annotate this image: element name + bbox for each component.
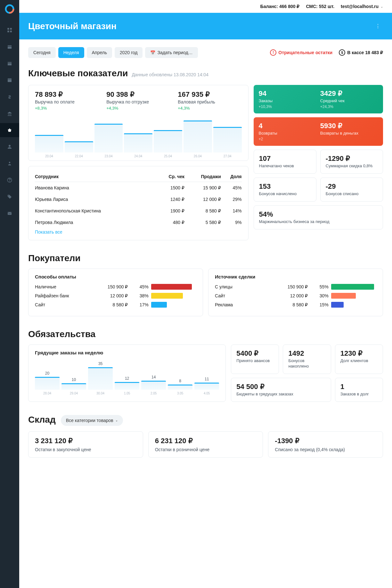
payments-title: Способы оплаты	[35, 274, 196, 279]
nav-account[interactable]	[0, 140, 19, 154]
chevron-down-icon: ⌄	[115, 418, 118, 422]
period-tabs: СегодняНеделяАпрель2020 год📅Задать перио…	[28, 47, 198, 58]
header-menu-button[interactable]: ⋮	[373, 21, 383, 32]
list-item: Реклама8 580 ₽15%	[215, 302, 376, 308]
sources-title: Источник сделки	[215, 274, 376, 279]
list-item: Райфайзен банк12 000 ₽38%	[35, 293, 196, 299]
nav-help[interactable]	[0, 173, 19, 187]
kpi-card: 153Бонусов начислено	[254, 178, 316, 202]
kpi-card: 107Напечатано чеков	[254, 150, 316, 174]
buyers-section-title: Покупатели	[28, 253, 383, 263]
svg-point-8	[9, 145, 11, 147]
kpi-card: -29Бонусов списано	[320, 178, 383, 202]
kpi-chart: 20.0422.0423.0424.0425.0426.0427.04	[35, 116, 242, 161]
kpi-section-title: Ключевые показатели	[28, 68, 128, 79]
oblig-card: 54 500 ₽Бюджеты в грядущих заказах	[231, 378, 331, 402]
svg-rect-6	[10, 31, 12, 32]
svg-rect-5	[7, 31, 9, 32]
nav-tag[interactable]	[0, 190, 19, 204]
period-tab[interactable]: 2020 год	[115, 47, 143, 58]
obligations-section-title: Обязательства	[28, 329, 383, 339]
kpi-stat: 167 935 ₽Валовая прибыль+4,3%	[178, 90, 241, 111]
svg-point-9	[9, 162, 11, 163]
stock-section-title: Склад	[28, 415, 56, 425]
oblig-card: 1230 ₽Долг клиентов	[335, 344, 383, 374]
svg-rect-3	[7, 28, 9, 29]
table-row: Иванова Карина1500 ₽15 900 ₽45%	[35, 182, 242, 194]
svg-point-11	[10, 181, 10, 181]
oblig-card: 5400 ₽Принято авансов	[231, 344, 279, 374]
sms-label: СМС: 552 шт.	[306, 4, 334, 9]
svg-point-12	[8, 195, 9, 196]
period-tab[interactable]: Сегодня	[28, 47, 56, 58]
employees-table: СотрудникСр. чекПродажиДоля Иванова Кари…	[28, 166, 249, 240]
page-title: Цветочный магазин	[28, 21, 117, 31]
table-row: Константинопольская Кристина1900 ₽8 580 …	[35, 205, 242, 217]
negative-balance-warning[interactable]: ! Отрицательные остатки	[270, 49, 332, 56]
payments-panel: Способы оплаты Наличные150 900 ₽45%Райфа…	[28, 269, 203, 316]
list-item: Сайт8 580 ₽17%	[35, 302, 196, 308]
nav-store2[interactable]	[0, 56, 19, 70]
svg-rect-4	[10, 28, 12, 29]
table-row: Петрова Людмила480 ₽5 580 ₽9%	[35, 217, 242, 228]
kpi-stat: 78 893 ₽Выручка по оплате+8,3%	[35, 90, 99, 111]
nav-calendar[interactable]	[0, 73, 19, 87]
kpi-updated-label: Данные обновлены 13.08.2020 14:04	[132, 72, 208, 77]
list-item: Наличные150 900 ₽45%	[35, 284, 196, 290]
topbar: Баланс: 466 800 ₽ СМС: 552 шт. test@loca…	[19, 0, 392, 13]
kpi-main-panel: 78 893 ₽Выручка по оплате+8,3%90 398 ₽Вы…	[28, 85, 249, 161]
dollar-icon: $	[339, 49, 345, 56]
nav-dashboard[interactable]	[0, 23, 19, 37]
kpi-stat: 90 398 ₽Выручка по отгрузке+4,3%	[106, 90, 170, 111]
kpi-card: 54%Маржинальность бизнеса за период	[254, 205, 383, 229]
cash-amount: $ В кассе 18 483 ₽	[339, 49, 383, 56]
stock-category-dropdown[interactable]: Все категории товаров ⌄	[61, 415, 123, 426]
balance-label: Баланс: 466 800 ₽	[260, 4, 300, 9]
page-header: Цветочный магазин ⋮	[19, 13, 392, 39]
nav-basket[interactable]	[0, 123, 19, 137]
user-menu[interactable]: test@localhost.ru ⌄	[341, 4, 383, 9]
nav-mail[interactable]	[0, 206, 19, 220]
chevron-down-icon: ⌄	[380, 5, 383, 8]
warning-icon: !	[270, 49, 276, 56]
svg-rect-7	[8, 79, 12, 82]
table-row: Юрьева Лариса1240 ₽12 000 ₽29%	[35, 194, 242, 205]
svg-rect-13	[8, 212, 12, 215]
oblig-card: 1492Бонусов накоплено	[283, 344, 331, 374]
stock-card: 3 231 120 ₽Остатки в закупочной цене	[28, 431, 143, 458]
nav-user[interactable]	[0, 156, 19, 170]
oblig-card: 1Заказов в долг	[335, 378, 383, 402]
upcoming-orders-panel: Грядущие заказы на неделю 2028.041029.04…	[28, 344, 226, 402]
period-tab[interactable]: 📅Задать период…	[145, 47, 198, 58]
upcoming-chart: 2028.041029.043530.04121.05142.0583.0511…	[35, 360, 219, 395]
svg-point-2	[8, 8, 11, 10]
stock-card: -1390 ₽Списано за период (0,4% склада)	[268, 431, 383, 458]
sources-panel: Источник сделки С улицы150 900 ₽55%Сайт1…	[208, 269, 383, 316]
upcoming-title: Грядущие заказы на неделю	[35, 350, 219, 355]
calendar-icon: 📅	[150, 50, 155, 55]
kpi-returns-card: 4Возвраты+25930 ₽Возвраты в деньгах	[254, 117, 383, 146]
stock-card: 6 231 120 ₽Остатки в розничной цене	[148, 431, 263, 458]
logo-icon	[4, 4, 15, 14]
list-item: Сайт12 000 ₽30%	[215, 293, 376, 299]
period-tab[interactable]: Неделя	[58, 47, 84, 58]
show-all-link[interactable]: Показать все	[35, 229, 62, 235]
period-tab[interactable]: Апрель	[87, 47, 112, 58]
sidebar	[0, 0, 19, 588]
kpi-card: -1290 ₽Суммарная скидка 0,8%	[320, 150, 383, 174]
nav-money[interactable]	[0, 90, 19, 104]
kpi-orders-card: 94Заказы+10,3%3429 ₽Средний чек+24,3%	[254, 85, 383, 113]
list-item: С улицы150 900 ₽55%	[215, 284, 376, 290]
nav-bank[interactable]	[0, 106, 19, 120]
nav-store1[interactable]	[0, 40, 19, 54]
